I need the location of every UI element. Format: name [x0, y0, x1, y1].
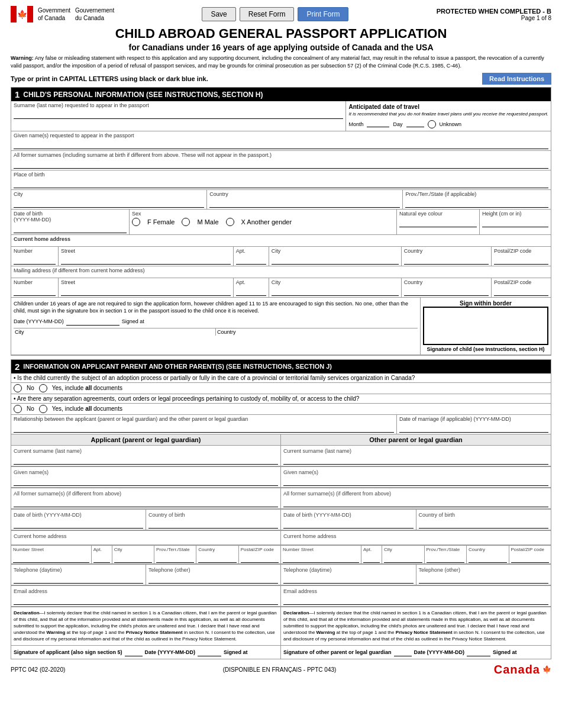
- signed-at-label2: Signed at: [493, 649, 517, 655]
- reset-button[interactable]: Reset Form: [240, 7, 295, 21]
- other-col-header: Other parent or legal guardian: [281, 434, 551, 445]
- capital-letters-instruction: Type or print in CAPITAL LETTERS using b…: [11, 75, 208, 82]
- read-instructions-button[interactable]: Read Instructions: [482, 73, 551, 85]
- place-birth-input[interactable]: [14, 179, 548, 186]
- place-birth-label: Place of birth: [14, 172, 548, 178]
- sign-note: Children under 16 years of age are not r…: [14, 300, 418, 315]
- sex-female-radio[interactable]: [132, 218, 140, 226]
- page-number: Page 1 of 8: [437, 15, 551, 21]
- govt-text: Government of Canada: [38, 7, 70, 22]
- travel-day-input[interactable]: [406, 121, 424, 127]
- unknown-radio[interactable]: [428, 120, 436, 128]
- canada-logo: Canada 🍁: [494, 663, 551, 677]
- sign-within-border-title: Sign within border: [423, 300, 548, 307]
- sex-male-radio[interactable]: [182, 218, 190, 226]
- section2-header: 2 INFORMATION ON APPLICANT PARENT AND OT…: [11, 360, 551, 373]
- applicant-col-header: Applicant (parent or legal guardian): [11, 434, 281, 445]
- former-surname-input[interactable]: [14, 160, 548, 166]
- adoption-question: • Is the child currently the subject of …: [11, 373, 551, 383]
- signature-box[interactable]: [423, 307, 548, 345]
- sep-yes-radio[interactable]: [39, 405, 47, 413]
- sex-other-label: X Another gender: [241, 218, 292, 226]
- sex-other-radio[interactable]: [226, 218, 234, 226]
- sep-no-radio[interactable]: [14, 405, 22, 413]
- unknown-label: Unknown: [440, 121, 462, 127]
- signed-at-label: Signed at: [224, 649, 248, 655]
- day-label: Day: [393, 121, 402, 127]
- save-button[interactable]: Save: [202, 7, 235, 21]
- given-name-label: Given name(s) requested to appear in the…: [14, 133, 548, 138]
- travel-month-input[interactable]: [367, 121, 389, 127]
- warning-text: Warning: Any false or misleading stateme…: [11, 54, 551, 69]
- sub-title: for Canadians under 16 years of age appl…: [11, 43, 551, 52]
- protected-label: PROTECTED WHEN COMPLETED - B: [437, 8, 551, 15]
- sig-applicant-label: Signature of applicant (also sign sectio…: [14, 649, 122, 655]
- surname-label: Surname (last name) requested to appear …: [14, 102, 343, 108]
- surname-input[interactable]: [14, 110, 343, 117]
- sex-female-label: F Female: [147, 218, 175, 226]
- sex-male-label: M Male: [197, 218, 218, 226]
- adoption-no-label: No: [27, 385, 34, 391]
- former-surname-label: All former surnames (including surname a…: [14, 152, 548, 158]
- travel-date-box: Anticipated date of travel It is recomme…: [346, 101, 551, 130]
- print-button[interactable]: Print Form: [298, 7, 348, 21]
- adoption-yes-label: Yes, include all documents: [52, 385, 122, 391]
- adoption-yes-radio[interactable]: [39, 384, 47, 392]
- sep-no-label: No: [27, 405, 34, 412]
- section1-header: 1 CHILD'S PERSONAL INFORMATION (SEE INST…: [11, 88, 551, 101]
- given-name-input[interactable]: [14, 140, 548, 147]
- govt-text-fr: Gouvernement du Canada: [75, 7, 114, 22]
- date-label2: Date (YYYY-MM-DD): [414, 649, 465, 655]
- main-title: CHILD ABROAD GENERAL PASSPORT APPLICATIO…: [11, 26, 551, 41]
- sig-instruction: Signature of child (see Instructions, se…: [423, 346, 548, 352]
- adoption-no-radio[interactable]: [14, 384, 22, 392]
- sep-yes-label: Yes, include all documents: [52, 405, 122, 412]
- sig-other-label: Signature of other parent or legal guard…: [283, 649, 392, 655]
- date-label: Date (YYYY-MM-DD): [145, 649, 196, 655]
- form-number: PPTC 042 (02-2020): [11, 666, 65, 673]
- month-label: Month: [348, 121, 363, 127]
- separation-question: • Are there any separation agreements, c…: [11, 394, 551, 404]
- french-version: (DISPONIBLE EN FRANÇAIS - PPTC 043): [223, 666, 337, 673]
